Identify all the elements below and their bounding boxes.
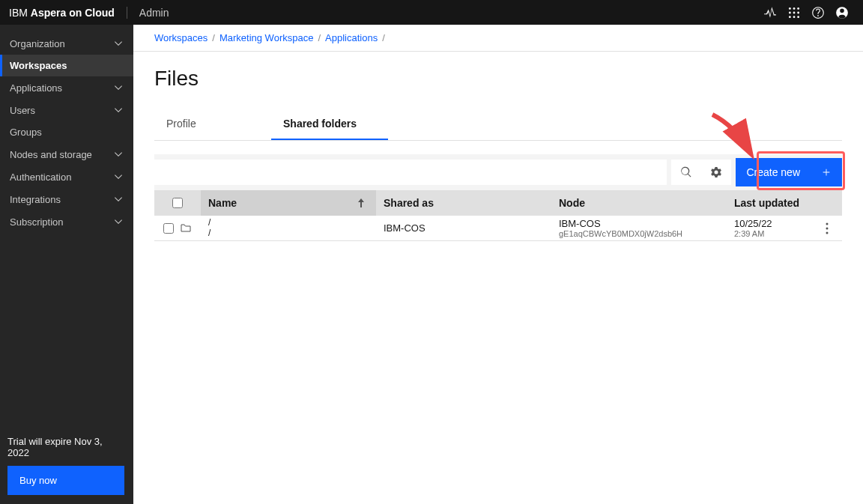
chevron-down-icon: [112, 82, 124, 94]
cell-node: IBM-COSgE1aqCBWcYB0MDX0jW2dsb6H: [551, 218, 727, 238]
sidebar-item-nodes-and-storage[interactable]: Nodes and storage: [0, 143, 133, 166]
divider: [127, 7, 127, 19]
sidebar-item-authentication[interactable]: Authentication: [0, 166, 133, 188]
cell-updated: 10/25/222:39 AM: [727, 218, 812, 238]
brand-name: Aspera on Cloud: [31, 7, 115, 19]
sort-ascending-icon: [355, 197, 367, 209]
sidebar-footer: Trial will expire Nov 3, 2022 Buy now: [0, 427, 133, 504]
buy-now-button[interactable]: Buy now: [7, 466, 124, 495]
sidebar-item-label: Workspaces: [10, 60, 67, 71]
chevron-down-icon: [112, 216, 124, 228]
sidebar-item-label: Organization: [10, 38, 65, 49]
chevron-down-icon: [112, 148, 124, 160]
table-header: Name Shared as Node Last updated: [154, 190, 842, 216]
svg-point-1: [793, 7, 796, 9]
search-input-area[interactable]: [154, 160, 667, 185]
svg-point-6: [789, 16, 791, 18]
sidebar-item-subscription[interactable]: Subscription: [0, 210, 133, 233]
svg-point-4: [793, 11, 796, 13]
breadcrumb-sep: /: [212, 32, 215, 43]
folder-icon: [180, 222, 192, 234]
breadcrumb-link[interactable]: Marketing Workspace: [219, 32, 313, 43]
sidebar-item-label: Nodes and storage: [10, 149, 92, 160]
sidebar-item-label: Authentication: [10, 171, 71, 183]
toolbar: Create new: [154, 154, 842, 190]
cell-name[interactable]: //: [201, 216, 376, 240]
create-new-button[interactable]: Create new: [736, 158, 842, 186]
svg-point-3: [789, 11, 791, 13]
user-avatar-icon[interactable]: [830, 1, 854, 25]
col-header-shared[interactable]: Shared as: [376, 197, 551, 209]
tab-profile[interactable]: Profile: [154, 109, 271, 140]
help-icon[interactable]: [806, 1, 830, 25]
row-overflow-menu[interactable]: [812, 222, 842, 234]
sidebar-item-label: Integrations: [10, 194, 61, 205]
breadcrumb: Workspaces/Marketing Workspace/Applicati…: [133, 25, 863, 52]
sidebar-item-applications[interactable]: Applications: [0, 76, 133, 99]
chevron-down-icon: [112, 104, 124, 116]
create-new-label: Create new: [746, 166, 800, 178]
main: Workspaces/Marketing Workspace/Applicati…: [133, 25, 863, 504]
brand-prefix: IBM: [9, 7, 31, 19]
col-header-name[interactable]: Name: [201, 190, 376, 216]
svg-point-10: [826, 222, 829, 225]
search-icon[interactable]: [671, 160, 701, 185]
apps-icon[interactable]: [782, 1, 806, 25]
breadcrumb-sep: /: [382, 32, 385, 43]
admin-link[interactable]: Admin: [139, 7, 169, 19]
sidebar-item-workspaces[interactable]: Workspaces: [0, 55, 133, 76]
sidebar: OrganizationWorkspacesApplicationsUsersG…: [0, 25, 133, 504]
brand: IBM Aspera on Cloud: [9, 7, 115, 19]
svg-point-12: [826, 231, 829, 234]
activity-icon[interactable]: [758, 1, 782, 25]
sidebar-item-label: Users: [10, 105, 35, 116]
page-title: Files: [154, 67, 842, 91]
sidebar-item-users[interactable]: Users: [0, 99, 133, 121]
svg-point-5: [797, 11, 799, 13]
sidebar-nav: OrganizationWorkspacesApplicationsUsersG…: [0, 25, 133, 427]
cell-shared-as: IBM-COS: [376, 222, 551, 234]
chevron-down-icon: [112, 171, 124, 183]
breadcrumb-sep: /: [318, 32, 321, 43]
breadcrumb-link[interactable]: Workspaces: [154, 32, 208, 43]
svg-point-9: [817, 15, 819, 16]
tabs: ProfileShared folders: [154, 109, 842, 141]
plus-icon: [821, 167, 832, 177]
svg-point-11: [826, 227, 829, 229]
svg-point-0: [789, 7, 791, 9]
chevron-down-icon: [112, 193, 124, 205]
row-checkbox[interactable]: [163, 223, 174, 234]
breadcrumb-link[interactable]: Applications: [325, 32, 378, 43]
sidebar-item-label: Subscription: [10, 216, 64, 228]
trial-notice: Trial will expire Nov 3, 2022: [7, 436, 126, 458]
topbar: IBM Aspera on Cloud Admin: [0, 0, 863, 25]
table: Name Shared as Node Last updated //IBM-C…: [154, 190, 842, 241]
chevron-down-icon: [112, 37, 124, 49]
overflow-icon: [826, 222, 829, 234]
tab-shared-folders[interactable]: Shared folders: [271, 109, 388, 140]
sidebar-item-organization[interactable]: Organization: [0, 32, 133, 55]
sidebar-item-integrations[interactable]: Integrations: [0, 188, 133, 210]
sidebar-item-label: Applications: [10, 82, 62, 94]
col-header-node[interactable]: Node: [551, 197, 727, 209]
sidebar-item-groups[interactable]: Groups: [0, 121, 133, 143]
svg-point-8: [797, 16, 799, 18]
settings-icon[interactable]: [701, 160, 731, 185]
sidebar-item-label: Groups: [10, 127, 42, 138]
select-all-checkbox[interactable]: [154, 198, 201, 208]
svg-point-7: [793, 16, 796, 18]
col-header-updated[interactable]: Last updated: [727, 197, 812, 209]
table-row: //IBM-COSIBM-COSgE1aqCBWcYB0MDX0jW2dsb6H…: [154, 216, 842, 241]
svg-point-2: [797, 7, 799, 9]
